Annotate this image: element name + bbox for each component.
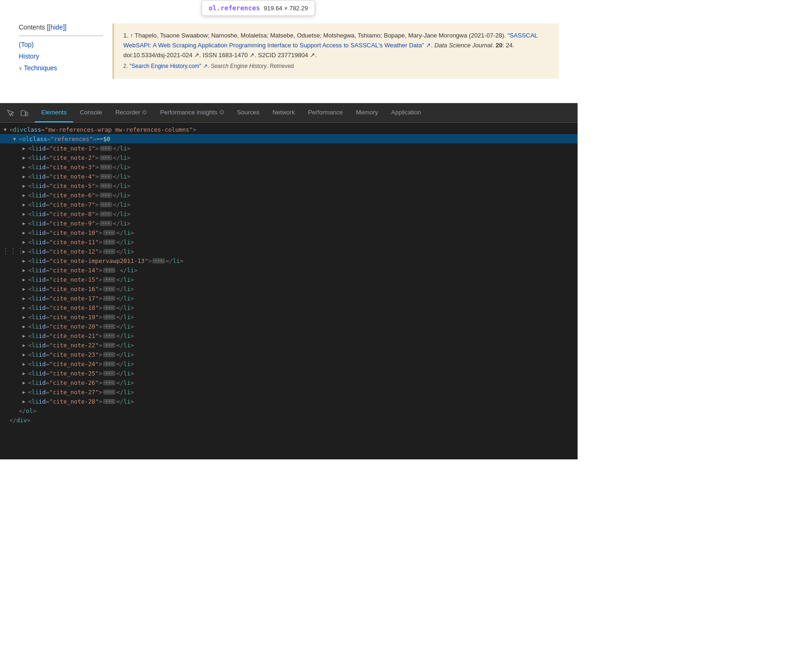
collapsed-content[interactable]: ··· — [100, 211, 112, 217]
reference-item-2: 2. "Search Engine History.com" ↗. Search… — [123, 62, 549, 71]
dom-row-li-10[interactable]: ▶ <li id="cite_note-10" >···</li> — [0, 228, 578, 237]
dom-row-li-5[interactable]: ▶ <li id="cite_note-5" >···</li> — [0, 181, 578, 190]
dom-row-li-26[interactable]: ▶ <li id="cite_note-26" >···</li> — [0, 378, 578, 387]
dom-row-li-28[interactable]: ▶ <li id="cite_note-28" >···</li> — [0, 397, 578, 406]
tooltip-dimensions: 919.64 × 782.29 — [264, 5, 308, 12]
collapsed-content[interactable]: ··· — [100, 183, 112, 188]
dom-row-li-24[interactable]: ▶ <li id="cite_note-24" >···</li> — [0, 359, 578, 368]
expand-triangle[interactable]: ▶ — [23, 146, 28, 151]
collapsed-content[interactable]: ··· — [103, 380, 115, 385]
inspect-element-icon[interactable] — [4, 106, 17, 120]
dom-row-li-3[interactable]: ▶ <li id="cite_note-3" >···</li> — [0, 162, 578, 172]
dom-row-li-17[interactable]: ▶ <li id="cite_note-17" >···</li> — [0, 293, 578, 303]
tab-elements[interactable]: Elements — [35, 103, 73, 122]
collapsed-content[interactable]: ··· — [103, 305, 115, 310]
dom-row-li-7[interactable]: ▶ <li id="cite_note-7" >···</li> — [0, 200, 578, 209]
collapsed-content[interactable]: ··· — [100, 174, 112, 179]
reference-text: ↑ Thapelo, Tsaone Swaabow; Namoshe, Mola… — [123, 32, 538, 59]
devtools-panel: Elements Console Recorder ⌬ Performance … — [0, 103, 578, 459]
devtools-tabs: Elements Console Recorder ⌬ Performance … — [35, 103, 428, 122]
collapse-triangle[interactable]: ▼ — [4, 127, 9, 132]
dom-row-li-18[interactable]: ▶ <li id="cite_note-18" >···</li> — [0, 303, 578, 312]
dom-row-li-12[interactable]: ▶ <li id="cite_note-12" >···</li> — [0, 247, 578, 256]
collapsed-content[interactable]: ··· — [152, 258, 165, 263]
tooltip-selector: ol.references — [209, 4, 260, 12]
toc-techniques-label: Techniques — [24, 62, 57, 74]
svg-rect-2 — [26, 112, 28, 116]
collapsed-content[interactable]: ··· — [100, 146, 112, 151]
tab-application[interactable]: Application — [384, 103, 428, 122]
dom-row-li-impervawp[interactable]: ▶ <li id="cite_note-impervawp2011-13" >·… — [0, 256, 578, 265]
collapsed-content[interactable]: ··· — [103, 286, 115, 292]
ref-link-2[interactable]: "Search Engine History.com" ↗ — [129, 63, 207, 69]
dom-row-ol-selected[interactable]: ▼ <ol class="references" > == $0 — [0, 134, 578, 143]
dom-row-li-8[interactable]: ▶ <li id="cite_note-8" >···</li> — [0, 209, 578, 218]
collapse-triangle-ol[interactable]: ▼ — [13, 136, 19, 142]
dom-row-li-25[interactable]: ▶ <li id="cite_note-25" >···</li> — [0, 368, 578, 378]
element-tooltip: ol.references 919.64 × 782.29 — [202, 0, 315, 16]
collapsed-content[interactable]: ··· — [103, 324, 115, 329]
collapsed-content[interactable]: ··· — [103, 315, 115, 320]
webpage-area: ol.references 919.64 × 782.29 Contents [… — [0, 0, 578, 103]
more-tools-indicator[interactable]: ⋮⋮⋮ — [2, 247, 24, 255]
collapsed-content[interactable]: ··· — [100, 165, 112, 170]
dom-row-li-1[interactable]: ▶ <li id="cite_note-1" >···</li> — [0, 143, 578, 153]
toc-item-top[interactable]: (Top) — [19, 39, 103, 51]
collapsed-content[interactable]: ··· — [103, 343, 115, 348]
collapsed-content[interactable]: ··· — [103, 230, 115, 235]
dom-row-li-4[interactable]: ▶ <li id="cite_note-4" >···</li> — [0, 172, 578, 181]
devtools-toolbar: Elements Console Recorder ⌬ Performance … — [0, 103, 578, 123]
dom-row-li-19[interactable]: ▶ <li id="cite_note-19" >···</li> — [0, 312, 578, 322]
dom-row-li-22[interactable]: ▶ <li id="cite_note-22" >···</li> — [0, 340, 578, 350]
collapsed-content[interactable]: ··· — [103, 361, 115, 367]
dom-row-li-2[interactable]: ▶ <li id="cite_note-2" >···</li> — [0, 153, 578, 162]
collapsed-content[interactable]: ··· — [100, 193, 112, 198]
collapsed-content[interactable]: ··· — [100, 155, 112, 160]
collapsed-content[interactable]: ··· — [103, 277, 115, 282]
dom-row-li-14[interactable]: ▶ <li id="cite_note-14" >··· </li> — [0, 265, 578, 275]
dom-row-close-div: </div> — [0, 415, 578, 425]
dom-row-li-20[interactable]: ▶ <li id="cite_note-20" >···</li> — [0, 322, 578, 331]
collapsed-content[interactable]: ··· — [103, 352, 115, 357]
reference-area: 1. ↑ Thapelo, Tsaone Swaabow; Namoshe, M… — [113, 23, 559, 79]
device-toggle-icon[interactable] — [18, 106, 31, 120]
collapsed-content[interactable]: ··· — [100, 221, 112, 226]
svg-line-0 — [11, 113, 13, 116]
dom-row-li-27[interactable]: ▶ <li id="cite_note-27" >···</li> — [0, 387, 578, 397]
dom-row-parent-div[interactable]: ▼ <div class="mw-references-wrap mw-refe… — [0, 125, 578, 134]
collapsed-content[interactable]: ··· — [103, 268, 115, 273]
reference-item-1: 1. ↑ Thapelo, Tsaone Swaabow; Namoshe, M… — [123, 31, 549, 60]
collapsed-content[interactable]: ··· — [103, 399, 115, 404]
collapsed-content[interactable]: ··· — [103, 249, 115, 254]
tab-network[interactable]: Network — [266, 103, 301, 122]
dom-row-li-11[interactable]: ▶ <li id="cite_note-11" >···</li> — [0, 237, 578, 247]
collapsed-content[interactable]: ··· — [100, 202, 112, 207]
collapsed-content[interactable]: ··· — [103, 371, 115, 376]
toc-hide-link[interactable]: [hide] — [49, 23, 65, 31]
dom-row-close-ol: </ol> — [0, 406, 578, 415]
toc-item-techniques[interactable]: ∨ Techniques — [19, 62, 103, 74]
dom-row-li-16[interactable]: ▶ <li id="cite_note-16" >···</li> — [0, 284, 578, 293]
tab-performance[interactable]: Performance — [301, 103, 349, 122]
collapsed-content[interactable]: ··· — [103, 240, 115, 245]
dom-row-li-6[interactable]: ▶ <li id="cite_note-6" >···</li> — [0, 190, 578, 200]
svg-rect-1 — [21, 111, 25, 116]
toc-panel: Contents [[hide]] (Top) History ∨ Techni… — [19, 23, 113, 79]
dom-tree[interactable]: ▼ <div class="mw-references-wrap mw-refe… — [0, 123, 578, 451]
tab-console[interactable]: Console — [73, 103, 109, 122]
chevron-down-icon: ∨ — [19, 64, 22, 73]
tab-sources[interactable]: Sources — [231, 103, 266, 122]
performance-insights-icon: ⌬ — [219, 109, 224, 115]
tab-recorder[interactable]: Recorder ⌬ — [109, 103, 153, 122]
dom-row-li-9[interactable]: ▶ <li id="cite_note-9" >···</li> — [0, 218, 578, 228]
collapsed-content[interactable]: ··· — [103, 296, 115, 301]
dom-row-li-15[interactable]: ▶ <li id="cite_note-15" >···</li> — [0, 275, 578, 284]
tab-memory[interactable]: Memory — [349, 103, 384, 122]
collapsed-content[interactable]: ··· — [103, 390, 115, 395]
dom-row-li-23[interactable]: ▶ <li id="cite_note-23" >···</li> — [0, 350, 578, 359]
collapsed-content[interactable]: ··· — [103, 333, 115, 338]
toc-item-history[interactable]: History — [19, 51, 103, 62]
toc-title: Contents [[hide]] — [19, 23, 103, 31]
tab-performance-insights[interactable]: Performance insights ⌬ — [153, 103, 230, 122]
dom-row-li-21[interactable]: ▶ <li id="cite_note-21" >···</li> — [0, 331, 578, 340]
